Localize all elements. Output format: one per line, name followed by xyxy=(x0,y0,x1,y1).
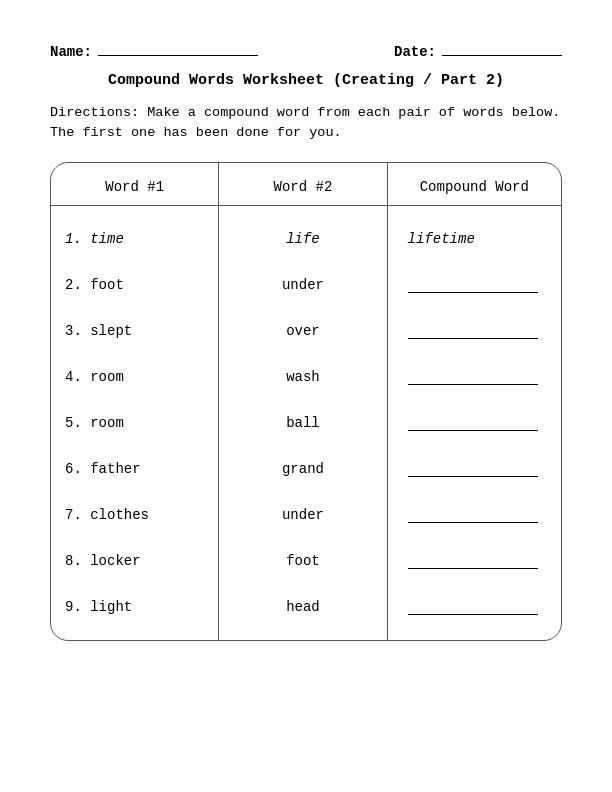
col1-header: Word #1 xyxy=(51,163,219,205)
header-row: Name: Date: xyxy=(50,40,562,60)
table-row: 4. room xyxy=(65,354,204,400)
directions-text: Directions: Make a compound word from ea… xyxy=(50,103,562,144)
answer-line xyxy=(408,323,538,339)
table-row: under xyxy=(233,492,372,538)
table-row xyxy=(408,400,547,446)
table-row xyxy=(408,538,547,584)
date-label: Date: xyxy=(394,44,436,60)
table-row xyxy=(408,262,547,308)
table-col1: 1. time 2. foot 3. slept 4. room 5. room… xyxy=(51,206,219,640)
table-row: head xyxy=(233,584,372,630)
table-row: wash xyxy=(233,354,372,400)
date-section: Date: xyxy=(394,40,562,60)
answer-line xyxy=(408,277,538,293)
table-row xyxy=(408,354,547,400)
table-row: 3. slept xyxy=(65,308,204,354)
table-col2: life under over wash ball grand under fo… xyxy=(219,206,387,640)
table-row xyxy=(408,584,547,630)
table-row: 6. father xyxy=(65,446,204,492)
name-label: Name: xyxy=(50,44,92,60)
col2-header: Word #2 xyxy=(219,163,387,205)
table-row: grand xyxy=(233,446,372,492)
col3-header: Compound Word xyxy=(388,163,561,205)
table-row: 5. room xyxy=(65,400,204,446)
page-title: Compound Words Worksheet (Creating / Par… xyxy=(50,72,562,89)
answer-line xyxy=(408,507,538,523)
table-row: over xyxy=(233,308,372,354)
name-input-line xyxy=(98,40,258,56)
table-row: 2. foot xyxy=(65,262,204,308)
answer-line xyxy=(408,461,538,477)
page: Name: Date: Compound Words Worksheet (Cr… xyxy=(0,0,612,792)
date-input-line xyxy=(442,40,562,56)
table-body: 1. time 2. foot 3. slept 4. room 5. room… xyxy=(51,206,561,640)
answer-line xyxy=(408,369,538,385)
worksheet-table: Word #1 Word #2 Compound Word 1. time 2.… xyxy=(50,162,562,641)
answer-line xyxy=(408,553,538,569)
table-row: under xyxy=(233,262,372,308)
table-row: 7. clothes xyxy=(65,492,204,538)
table-row: 8. locker xyxy=(65,538,204,584)
name-section: Name: xyxy=(50,40,258,60)
table-row xyxy=(408,446,547,492)
table-row: 1. time xyxy=(65,216,204,262)
table-row xyxy=(408,308,547,354)
table-col3: lifetime xyxy=(388,206,561,640)
table-row: lifetime xyxy=(408,216,547,262)
table-row: 9. light xyxy=(65,584,204,630)
table-row: ball xyxy=(233,400,372,446)
answer-line xyxy=(408,599,538,615)
answer-line xyxy=(408,415,538,431)
table-row: foot xyxy=(233,538,372,584)
table-header: Word #1 Word #2 Compound Word xyxy=(51,163,561,206)
table-row: life xyxy=(233,216,372,262)
table-row xyxy=(408,492,547,538)
